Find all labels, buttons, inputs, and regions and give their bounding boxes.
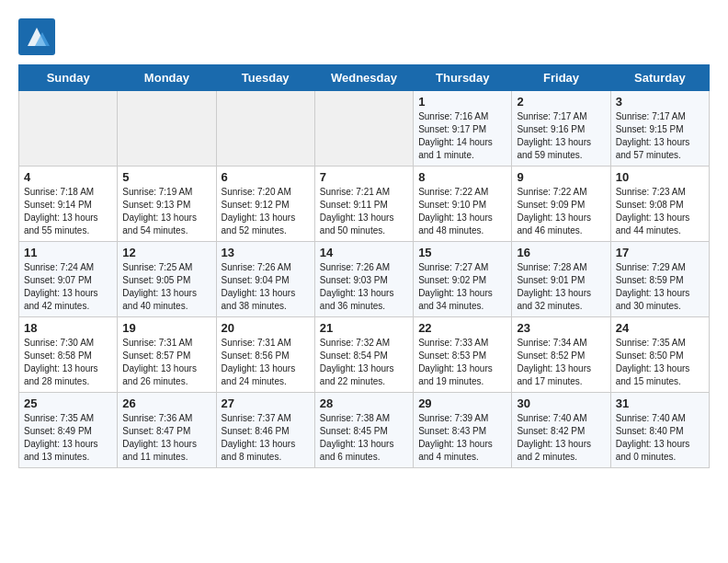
week-row-1: 1Sunrise: 7:16 AM Sunset: 9:17 PM Daylig… <box>19 91 710 167</box>
cell-info: Sunrise: 7:19 AM Sunset: 9:13 PM Dayligh… <box>122 186 210 237</box>
cell-info: Sunrise: 7:17 AM Sunset: 9:15 PM Dayligh… <box>616 110 704 162</box>
day-number: 6 <box>222 170 310 184</box>
calendar-cell: 6Sunrise: 7:20 AM Sunset: 9:12 PM Daylig… <box>216 167 314 242</box>
day-number: 25 <box>24 396 112 410</box>
cell-info: Sunrise: 7:26 AM Sunset: 9:04 PM Dayligh… <box>222 261 310 313</box>
calendar-cell: 26Sunrise: 7:36 AM Sunset: 8:47 PM Dayli… <box>118 393 216 468</box>
calendar-cell: 10Sunrise: 7:23 AM Sunset: 9:08 PM Dayli… <box>610 167 709 242</box>
cell-info: Sunrise: 7:35 AM Sunset: 8:49 PM Dayligh… <box>24 412 112 464</box>
cell-info: Sunrise: 7:16 AM Sunset: 9:17 PM Dayligh… <box>418 110 506 162</box>
day-number: 7 <box>320 170 408 184</box>
cell-info: Sunrise: 7:30 AM Sunset: 8:58 PM Dayligh… <box>24 337 112 388</box>
calendar-cell: 13Sunrise: 7:26 AM Sunset: 9:04 PM Dayli… <box>216 242 314 317</box>
day-header-row: SundayMondayTuesdayWednesdayThursdayFrid… <box>19 65 710 91</box>
calendar-cell: 15Sunrise: 7:27 AM Sunset: 9:02 PM Dayli… <box>414 242 512 317</box>
cell-info: Sunrise: 7:33 AM Sunset: 8:53 PM Dayligh… <box>418 337 506 388</box>
calendar-table: SundayMondayTuesdayWednesdayThursdayFrid… <box>18 64 710 468</box>
day-number: 16 <box>517 246 605 259</box>
day-number: 13 <box>222 246 310 259</box>
day-number: 2 <box>517 95 605 109</box>
cell-info: Sunrise: 7:29 AM Sunset: 8:59 PM Dayligh… <box>616 261 704 313</box>
cell-info: Sunrise: 7:21 AM Sunset: 9:11 PM Dayligh… <box>320 186 408 237</box>
day-number: 24 <box>616 321 704 335</box>
calendar-cell: 19Sunrise: 7:31 AM Sunset: 8:57 PM Dayli… <box>118 317 216 393</box>
day-number: 3 <box>616 95 704 109</box>
day-number: 18 <box>24 321 112 335</box>
day-number: 29 <box>418 396 506 410</box>
day-number: 26 <box>122 396 210 410</box>
day-number: 15 <box>418 246 506 259</box>
cell-info: Sunrise: 7:27 AM Sunset: 9:02 PM Dayligh… <box>418 261 506 313</box>
day-number: 5 <box>122 170 210 184</box>
day-number: 20 <box>222 321 310 335</box>
calendar-cell: 17Sunrise: 7:29 AM Sunset: 8:59 PM Dayli… <box>610 242 709 317</box>
day-number: 31 <box>616 396 704 410</box>
day-number: 11 <box>24 246 112 259</box>
cell-info: Sunrise: 7:22 AM Sunset: 9:10 PM Dayligh… <box>418 186 506 237</box>
cell-info: Sunrise: 7:22 AM Sunset: 9:09 PM Dayligh… <box>517 186 605 237</box>
day-number: 19 <box>122 321 210 335</box>
day-number: 14 <box>320 246 408 259</box>
cell-info: Sunrise: 7:23 AM Sunset: 9:08 PM Dayligh… <box>616 186 704 237</box>
day-number: 12 <box>122 246 210 259</box>
calendar-cell <box>314 91 413 167</box>
cell-info: Sunrise: 7:17 AM Sunset: 9:16 PM Dayligh… <box>517 110 605 162</box>
day-number: 30 <box>517 396 605 410</box>
calendar-cell: 16Sunrise: 7:28 AM Sunset: 9:01 PM Dayli… <box>512 242 610 317</box>
calendar-cell: 4Sunrise: 7:18 AM Sunset: 9:14 PM Daylig… <box>19 167 118 242</box>
week-row-2: 4Sunrise: 7:18 AM Sunset: 9:14 PM Daylig… <box>19 167 710 242</box>
calendar-cell: 18Sunrise: 7:30 AM Sunset: 8:58 PM Dayli… <box>19 317 118 393</box>
day-number: 21 <box>320 321 408 335</box>
day-number: 27 <box>222 396 310 410</box>
calendar-cell: 11Sunrise: 7:24 AM Sunset: 9:07 PM Dayli… <box>19 242 118 317</box>
calendar-cell: 7Sunrise: 7:21 AM Sunset: 9:11 PM Daylig… <box>314 167 413 242</box>
day-header-monday: Monday <box>118 65 216 91</box>
day-header-wednesday: Wednesday <box>314 65 413 91</box>
cell-info: Sunrise: 7:35 AM Sunset: 8:50 PM Dayligh… <box>616 337 704 388</box>
week-row-4: 18Sunrise: 7:30 AM Sunset: 8:58 PM Dayli… <box>19 317 710 393</box>
cell-info: Sunrise: 7:20 AM Sunset: 9:12 PM Dayligh… <box>222 186 310 237</box>
cell-info: Sunrise: 7:26 AM Sunset: 9:03 PM Dayligh… <box>320 261 408 313</box>
day-number: 1 <box>418 95 506 109</box>
calendar-cell: 25Sunrise: 7:35 AM Sunset: 8:49 PM Dayli… <box>19 393 118 468</box>
calendar-cell: 3Sunrise: 7:17 AM Sunset: 9:15 PM Daylig… <box>610 91 709 167</box>
cell-info: Sunrise: 7:25 AM Sunset: 9:05 PM Dayligh… <box>122 261 210 313</box>
day-number: 17 <box>616 246 704 259</box>
calendar-cell: 5Sunrise: 7:19 AM Sunset: 9:13 PM Daylig… <box>118 167 216 242</box>
cell-info: Sunrise: 7:37 AM Sunset: 8:46 PM Dayligh… <box>222 412 310 464</box>
week-row-5: 25Sunrise: 7:35 AM Sunset: 8:49 PM Dayli… <box>19 393 710 468</box>
day-number: 8 <box>418 170 506 184</box>
calendar-cell: 9Sunrise: 7:22 AM Sunset: 9:09 PM Daylig… <box>512 167 610 242</box>
calendar-cell: 27Sunrise: 7:37 AM Sunset: 8:46 PM Dayli… <box>216 393 314 468</box>
day-header-tuesday: Tuesday <box>216 65 314 91</box>
calendar-cell: 14Sunrise: 7:26 AM Sunset: 9:03 PM Dayli… <box>314 242 413 317</box>
calendar-cell: 12Sunrise: 7:25 AM Sunset: 9:05 PM Dayli… <box>118 242 216 317</box>
calendar-cell: 21Sunrise: 7:32 AM Sunset: 8:54 PM Dayli… <box>314 317 413 393</box>
day-number: 9 <box>517 170 605 184</box>
calendar-cell: 31Sunrise: 7:40 AM Sunset: 8:40 PM Dayli… <box>610 393 709 468</box>
calendar-cell: 20Sunrise: 7:31 AM Sunset: 8:56 PM Dayli… <box>216 317 314 393</box>
calendar-cell: 28Sunrise: 7:38 AM Sunset: 8:45 PM Dayli… <box>314 393 413 468</box>
calendar-cell <box>19 91 118 167</box>
page-header <box>18 18 710 55</box>
cell-info: Sunrise: 7:40 AM Sunset: 8:40 PM Dayligh… <box>616 412 704 464</box>
calendar-cell: 22Sunrise: 7:33 AM Sunset: 8:53 PM Dayli… <box>414 317 512 393</box>
calendar-cell: 23Sunrise: 7:34 AM Sunset: 8:52 PM Dayli… <box>512 317 610 393</box>
day-header-saturday: Saturday <box>610 65 709 91</box>
week-row-3: 11Sunrise: 7:24 AM Sunset: 9:07 PM Dayli… <box>19 242 710 317</box>
cell-info: Sunrise: 7:34 AM Sunset: 8:52 PM Dayligh… <box>517 337 605 388</box>
calendar-cell <box>118 91 216 167</box>
day-header-sunday: Sunday <box>19 65 118 91</box>
cell-info: Sunrise: 7:31 AM Sunset: 8:57 PM Dayligh… <box>122 337 210 388</box>
cell-info: Sunrise: 7:28 AM Sunset: 9:01 PM Dayligh… <box>517 261 605 313</box>
cell-info: Sunrise: 7:36 AM Sunset: 8:47 PM Dayligh… <box>122 412 210 464</box>
day-number: 28 <box>320 396 408 410</box>
calendar-cell: 29Sunrise: 7:39 AM Sunset: 8:43 PM Dayli… <box>414 393 512 468</box>
calendar-cell: 30Sunrise: 7:40 AM Sunset: 8:42 PM Dayli… <box>512 393 610 468</box>
logo-icon <box>18 18 55 55</box>
calendar-cell: 2Sunrise: 7:17 AM Sunset: 9:16 PM Daylig… <box>512 91 610 167</box>
day-header-friday: Friday <box>512 65 610 91</box>
cell-info: Sunrise: 7:40 AM Sunset: 8:42 PM Dayligh… <box>517 412 605 464</box>
cell-info: Sunrise: 7:31 AM Sunset: 8:56 PM Dayligh… <box>222 337 310 388</box>
cell-info: Sunrise: 7:32 AM Sunset: 8:54 PM Dayligh… <box>320 337 408 388</box>
